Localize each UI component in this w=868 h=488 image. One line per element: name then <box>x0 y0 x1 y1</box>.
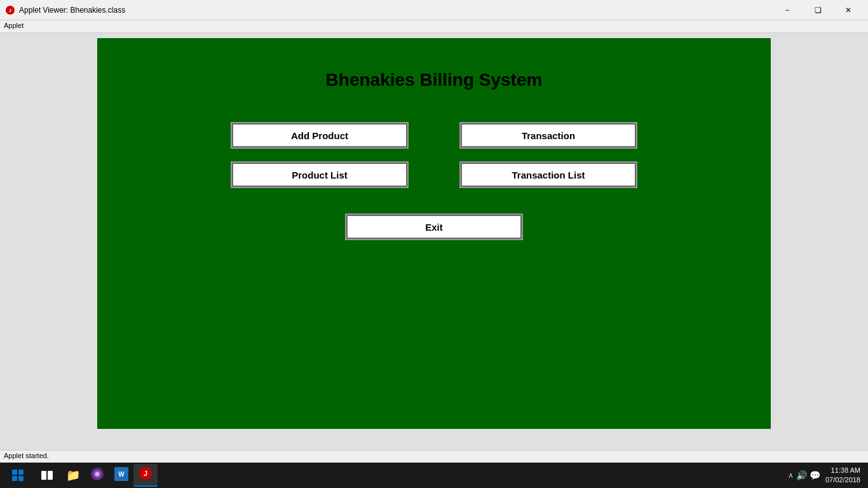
window-title: Applet Viewer: Bhenakies.class <box>19 6 773 15</box>
clock-date: 07/02/2018 <box>825 475 860 485</box>
title-bar: J Applet Viewer: Bhenakies.class − ❑ ✕ <box>0 0 868 20</box>
maximize-button[interactable]: ❑ <box>803 0 832 20</box>
task-view-button[interactable] <box>33 464 61 487</box>
transaction-button[interactable]: Transaction <box>459 122 637 149</box>
svg-text:J: J <box>9 8 11 13</box>
taskbar-clock[interactable]: 11:38 AM 07/02/2018 <box>825 466 860 485</box>
svg-point-4 <box>95 472 99 476</box>
system-tray: ∧ 🔊 💬 <box>788 470 820 480</box>
window-controls: − ❑ ✕ <box>773 0 863 20</box>
title-bar-icon: J <box>5 5 15 15</box>
task-view-icon <box>41 471 53 480</box>
folder-icon: 📁 <box>66 468 80 482</box>
chevron-up-icon[interactable]: ∧ <box>788 471 794 480</box>
windows-icon <box>12 470 24 481</box>
product-list-button[interactable]: Product List <box>231 161 409 188</box>
notification-icon[interactable]: 💬 <box>810 470 820 480</box>
wps-icon: W <box>114 467 128 484</box>
window-body: Bhenakies Billing System Add Product Tra… <box>0 33 868 450</box>
close-button[interactable]: ✕ <box>834 0 863 20</box>
volume-icon[interactable]: 🔊 <box>796 470 807 480</box>
svg-text:W: W <box>118 471 125 478</box>
java-button[interactable]: J <box>133 464 158 487</box>
java-icon: J <box>139 466 153 483</box>
transaction-list-button[interactable]: Transaction List <box>459 161 637 188</box>
taskbar-tray: ∧ 🔊 💬 11:38 AM 07/02/2018 <box>788 466 865 485</box>
app-title: Bhenakies Billing System <box>326 70 543 90</box>
file-explorer-button[interactable]: 📁 <box>61 464 85 487</box>
add-product-button[interactable]: Add Product <box>231 122 409 149</box>
clock-time: 11:38 AM <box>831 466 860 475</box>
main-buttons-grid: Add Product Transaction Product List Tra… <box>231 122 637 188</box>
minimize-button[interactable]: − <box>773 0 802 20</box>
taskbar: 📁 W J ∧ � <box>0 463 868 488</box>
svg-text:J: J <box>144 470 147 477</box>
wps-button[interactable]: W <box>109 464 133 487</box>
exit-row: Exit <box>345 214 523 240</box>
applet-panel: Bhenakies Billing System Add Product Tra… <box>97 38 771 429</box>
applet-label: Applet <box>0 20 868 33</box>
start-button[interactable] <box>3 464 33 487</box>
browser-icon <box>90 467 104 484</box>
status-bar: Applet started. <box>0 450 868 463</box>
exit-button[interactable]: Exit <box>345 214 523 240</box>
browser-button[interactable] <box>85 464 109 487</box>
